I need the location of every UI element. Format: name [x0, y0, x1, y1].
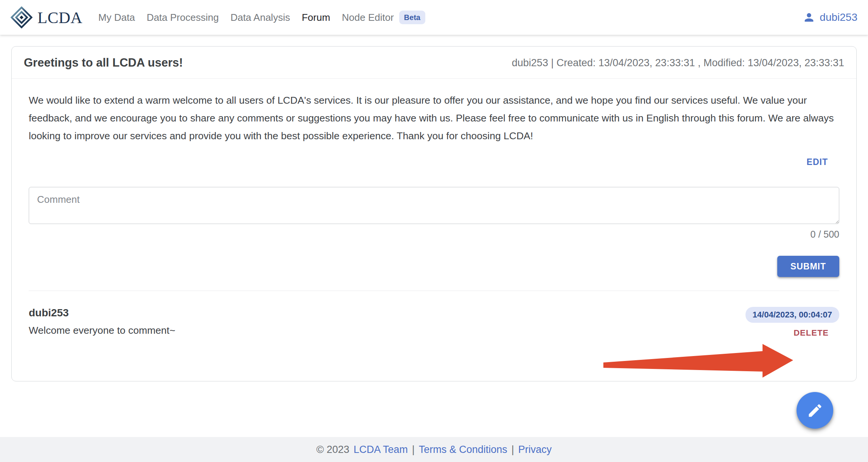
new-post-fab[interactable] — [797, 392, 833, 429]
red-arrow-annotation-icon — [601, 340, 798, 381]
post-body-text: We would like to extend a warm welcome t… — [29, 92, 839, 145]
forum-page: Greetings to all LCDA users! dubi253 | C… — [0, 46, 868, 381]
edit-button[interactable]: EDIT — [807, 157, 828, 167]
comment-timestamp-badge: 14/04/2023, 00:04:07 — [746, 307, 839, 323]
footer-separator: | — [512, 444, 514, 456]
char-counter: 0 / 500 — [29, 229, 839, 240]
comment-side: 14/04/2023, 00:04:07 DELETE — [746, 307, 839, 338]
pencil-icon — [807, 402, 823, 419]
nav-item-my-data[interactable]: My Data — [98, 12, 135, 23]
footer-separator: | — [412, 444, 415, 456]
person-icon — [803, 11, 815, 24]
nav-item-data-processing[interactable]: Data Processing — [147, 12, 219, 23]
submit-button[interactable]: SUBMIT — [777, 256, 839, 277]
delete-comment-button[interactable]: DELETE — [794, 328, 829, 338]
post-title: Greetings to all LCDA users! — [24, 56, 183, 70]
user-name: dubi253 — [820, 11, 857, 23]
comment-input[interactable] — [29, 187, 839, 224]
comment-form: 0 / 500 SUBMIT — [29, 187, 839, 277]
main-menu: My Data Data Processing Data Analysis Fo… — [98, 11, 425, 24]
comment-author: dubi253 — [29, 307, 175, 319]
footer-link-lcda-team[interactable]: LCDA Team — [353, 444, 408, 456]
comment-item: dubi253 Welcome everyone to comment~ 14/… — [29, 291, 839, 338]
post-meta: dubi253 | Created: 13/04/2023, 23:33:31 … — [512, 57, 844, 69]
nav-item-forum[interactable]: Forum — [302, 12, 330, 23]
top-navbar: LCDA My Data Data Processing Data Analys… — [0, 0, 868, 35]
footer-link-privacy[interactable]: Privacy — [518, 444, 552, 456]
comment-text: Welcome everyone to comment~ — [29, 325, 175, 336]
beta-badge: Beta — [399, 11, 425, 24]
brand[interactable]: LCDA — [11, 6, 82, 28]
brand-name: LCDA — [37, 8, 82, 27]
user-menu[interactable]: dubi253 — [803, 11, 857, 24]
lcda-diamond-logo-icon — [11, 6, 33, 28]
nav-item-data-analysis[interactable]: Data Analysis — [231, 12, 290, 23]
footer-link-terms[interactable]: Terms & Conditions — [419, 444, 507, 456]
copyright-text: © 2023 — [316, 444, 349, 456]
post-header: Greetings to all LCDA users! dubi253 | C… — [12, 47, 856, 79]
post-card: Greetings to all LCDA users! dubi253 | C… — [11, 46, 857, 381]
post-content: We would like to extend a warm welcome t… — [12, 92, 856, 338]
nav-item-node-editor[interactable]: Node Editor Beta — [342, 11, 425, 24]
page-footer: © 2023 LCDA Team | Terms & Conditions | … — [0, 437, 868, 462]
comment-main: dubi253 Welcome everyone to comment~ — [29, 307, 175, 338]
